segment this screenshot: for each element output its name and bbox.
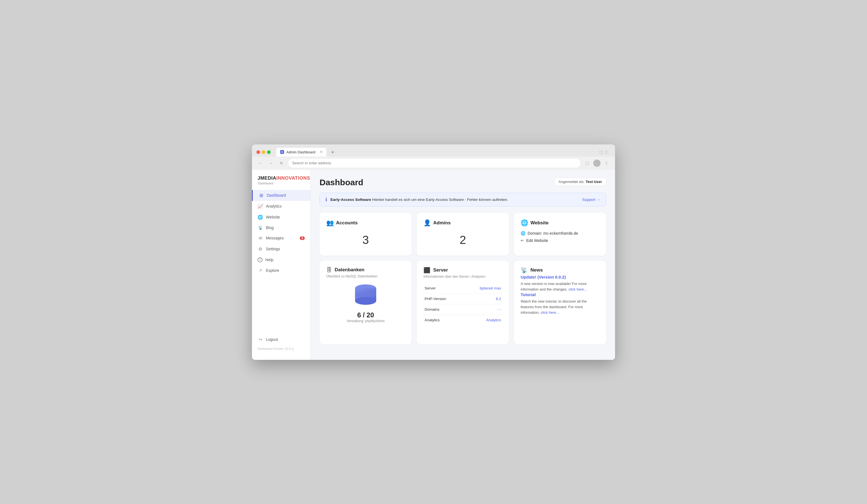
server-header: ⬛ Server	[424, 267, 502, 274]
accounts-card: 👥 Accounts 3	[320, 213, 412, 256]
accounts-title: Accounts	[336, 220, 357, 226]
close-button[interactable]	[256, 150, 260, 154]
back-button[interactable]: ←	[256, 159, 264, 167]
logo: JMEDIAINNOVATIONS	[258, 175, 310, 181]
db-count: 6 / 20	[326, 311, 405, 319]
messages-icon: ✉	[258, 236, 263, 241]
server-table: Serverbplaced maxPHP-Version8.2Domains- …	[424, 283, 502, 325]
news-items-container: Update! (Version 0.0.2) A new version is…	[521, 275, 599, 316]
databases-subtitle: Überblick zu MySQL Datenbanken	[326, 274, 405, 278]
maximize-button[interactable]	[267, 150, 271, 154]
databases-header: 🗄 Datenbanken	[326, 267, 405, 273]
sidebar-item-label: Blog	[266, 225, 274, 230]
sidebar-version: Dashboard Version: [0.0.1]	[252, 345, 310, 353]
server-title: Server	[433, 267, 448, 273]
app-container: JMEDIAINNOVATIONS Dashboard ⊞ Dashboard …	[252, 170, 615, 360]
bottom-cards-grid: 🗄 Datenbanken Überblick zu MySQL Datenba…	[320, 261, 606, 344]
logo-innovations: INNOVATIONS	[276, 175, 310, 181]
cast-icon[interactable]: ⬚	[583, 159, 591, 167]
server-row-value: bplaced max	[463, 283, 502, 294]
news-item: Update! (Version 0.0.2) A new version is…	[521, 275, 599, 292]
news-item-body: A new version is now available! For more…	[521, 281, 599, 292]
database-icon: 🗄	[326, 267, 332, 273]
website-card-header: 🌐 Website	[521, 219, 599, 227]
more-options-icon[interactable]: ⋮	[603, 159, 611, 167]
news-icon: 📡	[521, 267, 528, 274]
user-info: Angemeldet als: Test User	[555, 178, 606, 186]
website-icon: 🌐	[258, 215, 263, 220]
website-card: 🌐 Website 🌐 Domain: mc-eckernfoerde.de ✏…	[514, 213, 606, 256]
news-item-title[interactable]: Tutorial	[521, 292, 599, 297]
sidebar-item-analytics[interactable]: 📈 Analytics	[252, 201, 310, 212]
reload-button[interactable]: ↻	[278, 159, 286, 167]
alert-prefix: Early-Access Software	[330, 197, 371, 202]
edit-icon: ✏	[521, 238, 524, 243]
help-icon: ?	[258, 257, 263, 262]
sidebar-logo: JMEDIAINNOVATIONS Dashboard	[252, 170, 310, 186]
support-link[interactable]: Support →	[582, 197, 600, 202]
sidebar-nav: ⊞ Dashboard 📈 Analytics 🌐 Website 📡 Blog…	[252, 190, 310, 331]
server-row-label: Server	[424, 283, 463, 294]
admins-card: 👤 Admins 2	[417, 213, 509, 256]
sidebar-item-blog[interactable]: 📡 Blog	[252, 223, 310, 233]
sidebar-item-help[interactable]: ? Help	[252, 255, 310, 265]
profile-avatar[interactable]	[593, 160, 600, 167]
server-subtitle: Informationen über den Server / Analysen	[424, 275, 502, 279]
database-svg	[353, 283, 378, 308]
edit-label: Edit Website	[526, 238, 548, 243]
website-card-icon: 🌐	[521, 219, 528, 227]
tab-close-icon[interactable]: ✕	[320, 150, 323, 154]
blog-icon: 📡	[258, 225, 263, 230]
databases-title: Datenbanken	[335, 267, 364, 273]
logout-icon: ↪	[258, 337, 263, 342]
db-footnote: Verwaltung: phpMyAdmin	[326, 319, 405, 323]
sidebar-bottom: ↪ Logout Dashboard Version: [0.0.1]	[252, 331, 310, 355]
edit-website-button[interactable]: ✏ Edit Website	[521, 238, 599, 243]
active-tab[interactable]: A Admin Dashboard ✕	[276, 148, 327, 157]
admins-count: 2	[424, 231, 502, 249]
address-bar[interactable]	[288, 159, 580, 168]
server-row-value: 8.2	[463, 293, 502, 304]
logo-jmedia: JMEDIA	[258, 175, 276, 181]
news-title: News	[531, 267, 543, 273]
news-item: Tutorial Watch the new tutorial, to disc…	[521, 292, 599, 315]
dashboard-icon: ⊞	[258, 193, 264, 198]
news-card: 📡 News Update! (Version 0.0.2) A new ver…	[514, 261, 606, 344]
forward-button[interactable]: →	[267, 159, 275, 167]
settings-icon: ⚙	[258, 246, 263, 252]
news-item-link[interactable]: click here...	[568, 287, 587, 291]
sidebar-item-explore[interactable]: ↗ Explore	[252, 265, 310, 276]
logout-label: Logout	[266, 337, 278, 342]
sidebar: JMEDIAINNOVATIONS Dashboard ⊞ Dashboard …	[252, 170, 311, 360]
main-content: Dashboard Angemeldet als: Test User ℹ Ea…	[311, 170, 615, 360]
alert-text: Early-Access Software Hierbei handelt es…	[330, 197, 579, 202]
sidebar-item-label: Analytics	[266, 204, 281, 208]
sidebar-item-logout[interactable]: ↪ Logout	[252, 334, 310, 345]
news-item-link[interactable]: click here...	[541, 310, 559, 314]
news-item-title[interactable]: Update! (Version 0.0.2)	[521, 275, 599, 279]
accounts-count: 3	[326, 231, 405, 249]
database-illustration	[326, 283, 405, 308]
new-tab-button[interactable]: +	[329, 149, 336, 157]
admins-icon: 👤	[424, 219, 431, 227]
browser-toolbar: ← → ↻ ⬚ ⋮	[252, 157, 615, 170]
toolbar-right: ⬚ ⋮	[583, 159, 611, 167]
news-header: 📡 News	[521, 267, 599, 274]
sidebar-item-dashboard[interactable]: ⊞ Dashboard	[252, 190, 310, 201]
svg-point-3	[355, 297, 376, 305]
top-cards-grid: 👥 Accounts 3 👤 Admins 2 🌐	[320, 213, 606, 256]
tab-title: Admin Dashboard	[286, 150, 315, 154]
menu-icon[interactable]: ⋮	[604, 150, 608, 154]
window-controls-icon: ⬚	[599, 150, 603, 154]
minimize-button[interactable]	[262, 150, 265, 154]
sidebar-item-website[interactable]: 🌐 Website	[252, 212, 310, 223]
server-card: ⬛ Server Informationen über den Server /…	[417, 261, 509, 344]
sidebar-item-messages[interactable]: ✉ Messages 5	[252, 233, 310, 244]
website-card-content: 🌐 Domain: mc-eckernfoerde.de ✏ Edit Webs…	[521, 231, 599, 243]
page-header: Dashboard Angemeldet als: Test User	[320, 178, 606, 187]
server-table-row: Domains- -	[424, 304, 502, 314]
sidebar-item-settings[interactable]: ⚙ Settings	[252, 244, 310, 255]
accounts-card-header: 👥 Accounts	[326, 219, 405, 227]
server-row-label: Domains	[424, 304, 463, 314]
explore-icon: ↗	[258, 268, 263, 273]
